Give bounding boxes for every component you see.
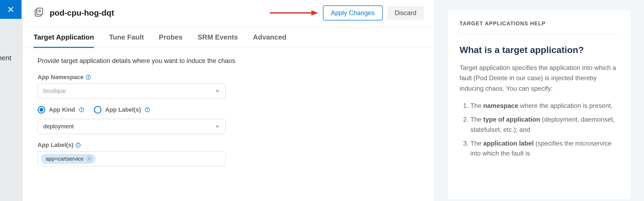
header: pod-cpu-hog-dqt Apply Changes Discard bbox=[23, 0, 435, 27]
experiment-icon bbox=[34, 8, 44, 18]
apply-changes-button[interactable]: Apply Changes bbox=[323, 5, 383, 20]
radio-app-kind[interactable]: App Kind bbox=[38, 106, 84, 114]
help-panel: TARGET APPLICATIONS HELP What is a targe… bbox=[448, 11, 630, 199]
svg-point-10 bbox=[88, 76, 89, 76]
svg-rect-3 bbox=[37, 8, 43, 15]
radio-circle bbox=[38, 106, 45, 114]
svg-point-13 bbox=[81, 108, 82, 109]
tab-tune-fault[interactable]: Tune Fault bbox=[109, 27, 144, 48]
radio-app-labels-label: App Label(s) bbox=[105, 106, 141, 113]
tag-remove-button[interactable] bbox=[86, 156, 92, 161]
svg-point-19 bbox=[78, 144, 78, 144]
discard-button[interactable]: Discard bbox=[387, 6, 424, 20]
app-kind-value: deployment bbox=[43, 123, 74, 130]
radio-app-kind-label: App Kind bbox=[49, 106, 75, 113]
info-icon[interactable] bbox=[79, 107, 84, 112]
radio-circle bbox=[94, 106, 101, 114]
form-content: Provide target application details where… bbox=[23, 48, 435, 183]
svg-point-16 bbox=[147, 108, 148, 109]
help-header: TARGET APPLICATIONS HELP bbox=[460, 20, 618, 34]
app-namespace-value: boutique bbox=[43, 87, 66, 94]
help-list: The namespace where the application is p… bbox=[460, 101, 618, 158]
app-namespace-select[interactable]: boutique bbox=[38, 83, 225, 98]
arrow-annotation bbox=[270, 9, 318, 17]
chevron-down-icon bbox=[215, 89, 220, 93]
chevron-down-icon bbox=[215, 124, 220, 129]
radio-row: App Kind App Label(s) bbox=[38, 106, 420, 114]
app-namespace-field: App Namespace boutique bbox=[38, 74, 420, 98]
help-list-item: The application label (specifies the mic… bbox=[470, 138, 618, 158]
backdrop-truncated-text: riment bbox=[0, 54, 11, 62]
tab-advanced[interactable]: Advanced bbox=[253, 27, 286, 48]
app-kind-select[interactable]: deployment bbox=[38, 119, 225, 134]
radio-app-labels[interactable]: App Label(s) bbox=[94, 106, 150, 114]
app-namespace-label: App Namespace bbox=[38, 74, 420, 81]
info-icon[interactable] bbox=[86, 75, 91, 80]
tabs: Target Application Tune Fault Probes SRM… bbox=[23, 27, 435, 48]
help-list-item: The type of application (deployment, dae… bbox=[470, 114, 618, 134]
app-labels-input[interactable]: app=cartservice bbox=[38, 151, 225, 166]
page-title: pod-cpu-hog-dqt bbox=[50, 8, 270, 17]
app-kind-field-group: App Kind App Label(s) bbox=[38, 106, 420, 134]
help-list-item: The namespace where the application is p… bbox=[470, 101, 618, 111]
main-panel: pod-cpu-hog-dqt Apply Changes Discard Ta… bbox=[23, 0, 435, 201]
tab-probes[interactable]: Probes bbox=[159, 27, 183, 48]
tag-text: app=cartservice bbox=[46, 156, 84, 162]
close-icon bbox=[88, 157, 90, 160]
svg-marker-7 bbox=[311, 10, 318, 16]
info-icon[interactable] bbox=[145, 107, 150, 112]
tab-srm-events[interactable]: SRM Events bbox=[198, 27, 238, 48]
app-labels-label: App Label(s) bbox=[38, 142, 420, 149]
form-description: Provide target application details where… bbox=[38, 57, 420, 65]
app-labels-field: App Label(s) app=cartservice bbox=[38, 142, 420, 166]
help-body-text: Target application specifies the applica… bbox=[460, 63, 618, 94]
close-button[interactable] bbox=[0, 0, 21, 19]
tab-target-application[interactable]: Target Application bbox=[34, 27, 94, 48]
close-icon bbox=[7, 6, 14, 13]
help-title: What is a target application? bbox=[460, 45, 618, 55]
info-icon[interactable] bbox=[75, 142, 81, 148]
tag: app=cartservice bbox=[41, 154, 95, 164]
